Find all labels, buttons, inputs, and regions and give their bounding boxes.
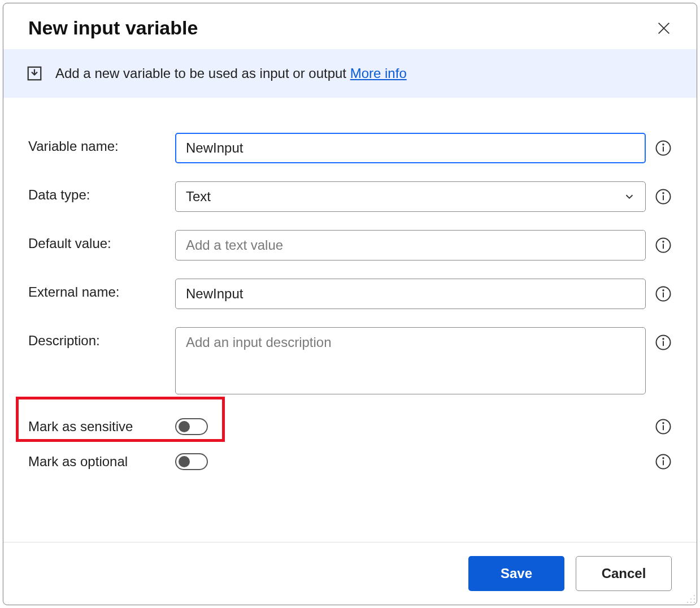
- info-icon[interactable]: [655, 453, 672, 470]
- input-variable-icon: [26, 65, 43, 82]
- row-mark-sensitive: Mark as sensitive: [28, 418, 672, 435]
- info-icon[interactable]: [655, 418, 672, 435]
- new-input-variable-dialog: New input variable Add a new variable to…: [3, 3, 697, 605]
- resize-grip-icon[interactable]: [685, 593, 697, 605]
- cancel-button[interactable]: Cancel: [576, 556, 672, 591]
- svg-point-18: [663, 338, 664, 340]
- label-variable-name: Variable name:: [28, 133, 164, 154]
- svg-point-25: [694, 595, 695, 597]
- save-button[interactable]: Save: [468, 556, 564, 591]
- svg-point-9: [663, 193, 664, 194]
- dialog-footer: Save Cancel: [3, 542, 697, 605]
- svg-point-6: [663, 144, 664, 145]
- svg-point-28: [694, 602, 695, 603]
- info-icon[interactable]: [655, 188, 672, 205]
- mark-optional-toggle[interactable]: [175, 453, 208, 470]
- dialog-header: New input variable: [3, 3, 697, 49]
- mark-sensitive-toggle[interactable]: [175, 418, 208, 435]
- row-data-type: Data type:: [28, 181, 672, 212]
- row-mark-optional: Mark as optional: [28, 453, 672, 470]
- info-icon[interactable]: [655, 285, 672, 302]
- row-default-value: Default value:: [28, 230, 672, 260]
- more-info-link[interactable]: More info: [350, 66, 407, 81]
- row-description: Description:: [28, 327, 672, 394]
- external-name-input[interactable]: [175, 279, 646, 309]
- label-description: Description:: [28, 327, 164, 349]
- svg-point-24: [663, 458, 664, 459]
- info-icon[interactable]: [655, 140, 672, 157]
- label-default-value: Default value:: [28, 230, 164, 251]
- description-input[interactable]: [175, 327, 646, 394]
- label-mark-optional: Mark as optional: [28, 454, 164, 470]
- form: Variable name: Data type: Default value:: [3, 98, 697, 542]
- default-value-input[interactable]: [175, 230, 646, 260]
- label-mark-sensitive: Mark as sensitive: [28, 419, 164, 435]
- info-icon[interactable]: [655, 237, 672, 254]
- svg-point-27: [690, 598, 692, 600]
- svg-point-30: [687, 602, 689, 603]
- variable-name-input[interactable]: [175, 133, 646, 163]
- dialog-title: New input variable: [28, 17, 198, 39]
- info-icon[interactable]: [655, 334, 672, 351]
- label-data-type: Data type:: [28, 181, 164, 203]
- svg-point-26: [694, 598, 695, 600]
- close-icon[interactable]: [656, 20, 672, 36]
- svg-point-15: [663, 290, 664, 291]
- data-type-select[interactable]: [175, 181, 646, 212]
- label-external-name: External name:: [28, 279, 164, 300]
- svg-point-12: [663, 241, 664, 242]
- row-variable-name: Variable name:: [28, 133, 672, 163]
- banner-text-wrap: Add a new variable to be used as input o…: [55, 66, 407, 81]
- data-type-value[interactable]: [175, 181, 646, 212]
- row-external-name: External name:: [28, 279, 672, 309]
- svg-point-29: [690, 602, 692, 603]
- info-banner: Add a new variable to be used as input o…: [3, 49, 697, 98]
- banner-text: Add a new variable to be used as input o…: [55, 66, 350, 81]
- svg-point-21: [663, 423, 664, 424]
